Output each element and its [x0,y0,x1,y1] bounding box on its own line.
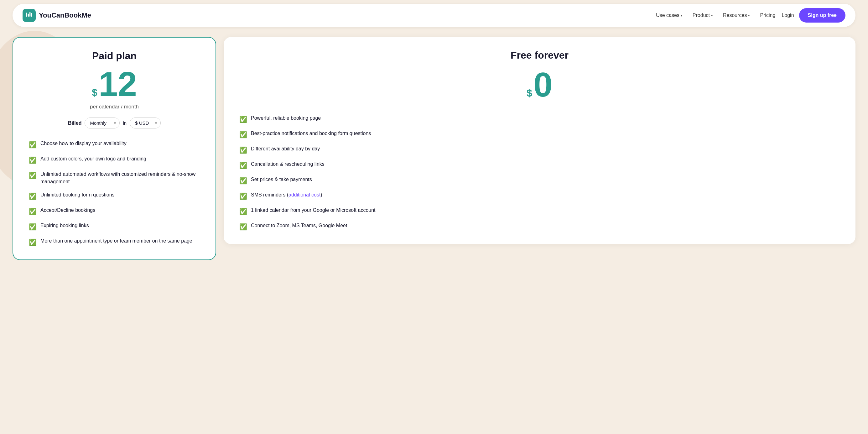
paid-plan-card: Paid plan $ 12 per calendar / month Bill… [12,37,216,260]
paid-features-list: ✅ Choose how to display your availabilit… [29,140,200,247]
feature-text: Best-practice notifications and booking … [251,130,371,137]
list-item: ✅ Set prices & take payments [239,176,840,186]
feature-text: Unlimited automated workflows with custo… [40,170,200,186]
nav-link-resources[interactable]: Resources ▾ [723,12,750,18]
navbar: YouCanBookMe Use cases ▾ Product ▾ Resou… [12,4,856,27]
feature-text: Cancellation & rescheduling links [251,160,324,168]
logo-svg [25,11,33,20]
check-icon: ✅ [29,171,37,180]
check-icon: ✅ [29,191,37,201]
billing-period-wrapper[interactable]: Monthly Annually [85,118,120,128]
nav-item-resources[interactable]: Resources ▾ [723,12,750,18]
list-item: ✅ Accept/Decline bookings [29,207,200,216]
feature-text: Powerful, reliable booking page [251,114,321,122]
nav-wrapper: YouCanBookMe Use cases ▾ Product ▾ Resou… [0,0,868,31]
free-price-number: 0 [533,67,553,102]
check-icon: ✅ [239,146,247,155]
paid-price-dollar-sign: $ [92,87,97,98]
check-icon: ✅ [29,222,37,231]
check-icon: ✅ [29,207,37,216]
list-item: ✅ Different availability day by day [239,145,840,155]
free-price-dollar-sign: $ [527,87,532,99]
feature-text: Add custom colors, your own logo and bra… [40,155,146,163]
nav-item-product[interactable]: Product ▾ [692,12,713,18]
list-item: ✅ Unlimited automated workflows with cus… [29,170,200,186]
feature-text: Choose how to display your availability [40,140,127,147]
check-icon: ✅ [239,130,247,140]
feature-text: Set prices & take payments [251,176,312,183]
main-content: Paid plan $ 12 per calendar / month Bill… [0,31,868,273]
check-icon: ✅ [239,207,247,216]
feature-text: SMS reminders (additional cost) [251,191,322,199]
login-link[interactable]: Login [781,12,794,18]
feature-text: Connect to Zoom, MS Teams, Google Meet [251,222,347,229]
chevron-down-icon: ▾ [711,13,713,18]
billed-label: Billed [68,120,82,126]
paid-plan-price: $ 12 [29,67,200,101]
free-features-list: ✅ Powerful, reliable booking page ✅ Best… [239,114,840,231]
feature-text: Accept/Decline bookings [40,207,95,214]
currency-select[interactable]: $ USD € EUR £ GBP [130,118,161,128]
feature-text: 1 linked calendar from your Google or Mi… [251,207,376,214]
paid-plan-title: Paid plan [29,50,200,62]
check-icon: ✅ [239,176,247,186]
svg-rect-1 [28,14,29,17]
list-item: ✅ Powerful, reliable booking page [239,114,840,124]
list-item: ✅ Connect to Zoom, MS Teams, Google Meet [239,222,840,231]
check-icon: ✅ [239,222,247,231]
nav-item-pricing[interactable]: Pricing [760,12,775,18]
check-icon: ✅ [239,191,247,201]
additional-cost-link[interactable]: additional cost [288,192,320,197]
nav-item-use-cases[interactable]: Use cases ▾ [656,12,683,18]
billing-period-select[interactable]: Monthly Annually [85,118,120,128]
check-icon: ✅ [29,238,37,247]
list-item: ✅ Choose how to display your availabilit… [29,140,200,150]
list-item: ✅ More than one appointment type or team… [29,237,200,247]
paid-price-number: 12 [99,67,137,101]
list-item: ✅ Cancellation & rescheduling links [239,160,840,170]
signup-button[interactable]: Sign up free [799,8,845,23]
list-item: ✅ SMS reminders (additional cost) [239,191,840,201]
free-plan-card: Free forever $ 0 ✅ Powerful, reliable bo… [224,37,856,244]
free-plan-title: Free forever [239,50,840,61]
check-icon: ✅ [29,155,37,165]
check-icon: ✅ [239,115,247,124]
nav-link-use-cases[interactable]: Use cases ▾ [656,12,683,18]
logo-link[interactable]: YouCanBookMe [23,9,91,22]
feature-text: Unlimited booking form questions [40,191,115,199]
nav-links: Use cases ▾ Product ▾ Resources ▾ Pricin… [656,12,775,18]
list-item: ✅ Best-practice notifications and bookin… [239,130,840,140]
nav-link-pricing[interactable]: Pricing [760,12,775,18]
check-icon: ✅ [239,161,247,170]
svg-rect-3 [31,13,32,17]
list-item: ✅ Unlimited booking form questions [29,191,200,201]
feature-text: Different availability day by day [251,145,320,153]
feature-text: Expiring booking links [40,222,89,229]
currency-wrapper[interactable]: $ USD € EUR £ GBP [130,118,161,128]
svg-rect-2 [29,12,30,17]
chevron-down-icon: ▾ [681,13,683,18]
billed-row: Billed Monthly Annually in $ USD € EUR £… [29,118,200,128]
list-item: ✅ Add custom colors, your own logo and b… [29,155,200,165]
paid-price-per: per calendar / month [29,104,200,110]
list-item: ✅ 1 linked calendar from your Google or … [239,207,840,216]
chevron-down-icon: ▾ [748,13,750,18]
billed-in-label: in [123,120,127,126]
svg-rect-0 [26,12,27,17]
free-plan-price: $ 0 [239,67,840,102]
check-icon: ✅ [29,140,37,150]
list-item: ✅ Expiring booking links [29,222,200,231]
logo-text: YouCanBookMe [39,11,91,20]
nav-link-product[interactable]: Product ▾ [692,12,713,18]
feature-text: More than one appointment type or team m… [40,237,192,245]
logo-icon [23,9,36,22]
